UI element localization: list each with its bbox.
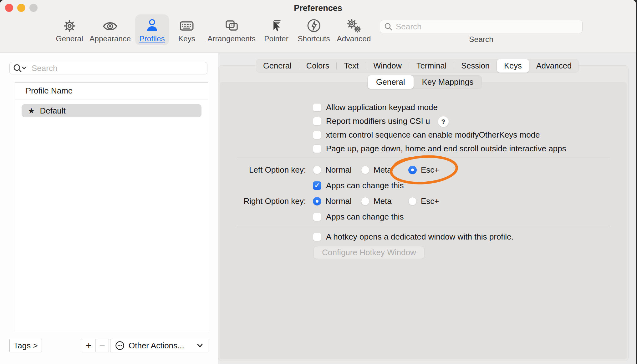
titlebar: Preferences General: [0, 0, 636, 53]
tab-session[interactable]: Session: [454, 59, 497, 73]
profile-search-input[interactable]: [31, 63, 204, 73]
toolbar-item-appearance[interactable]: Appearance: [85, 14, 135, 45]
left-option-key-label: Left Option key:: [200, 164, 306, 176]
modify-other-keys-checkbox[interactable]: [313, 131, 321, 139]
allow-keypad-checkbox[interactable]: [313, 103, 321, 112]
toolbar-item-advanced[interactable]: Advanced: [333, 14, 375, 45]
toolbar-item-general[interactable]: General: [52, 14, 87, 45]
minus-icon: −: [99, 340, 105, 351]
tab-terminal[interactable]: Terminal: [409, 59, 454, 73]
toolbar-search-caption: Search: [380, 35, 583, 44]
radio-esc-selected[interactable]: [408, 166, 417, 174]
tab-advanced[interactable]: Advanced: [529, 59, 579, 73]
left-option-meta: Meta: [361, 164, 392, 176]
toolbar-item-label: Pointer: [264, 34, 288, 43]
tab-colors[interactable]: Colors: [299, 59, 337, 73]
profile-list: Profile Name ★ Default: [15, 82, 208, 332]
checkbox-label: Apps can change this: [326, 212, 404, 222]
cursor-icon: [269, 16, 284, 33]
gear-icon: [62, 16, 77, 33]
tab-window[interactable]: Window: [366, 59, 409, 73]
toolbar-search-input[interactable]: [395, 22, 578, 32]
chevron-down-icon: [196, 343, 204, 348]
right-option-normal: Normal: [313, 195, 352, 207]
radio-meta[interactable]: [361, 197, 369, 205]
checkbox-row: Allow application keypad mode: [313, 101, 438, 114]
hotkey-checkbox[interactable]: [313, 233, 321, 241]
right-option-esc: Esc+: [408, 195, 439, 207]
tab-keys[interactable]: Keys: [497, 59, 529, 73]
profile-search-field[interactable]: [9, 62, 207, 74]
tab-text[interactable]: Text: [337, 59, 366, 73]
help-button[interactable]: ?: [438, 116, 449, 127]
radio-meta[interactable]: [361, 166, 369, 174]
page-scroll-checkbox[interactable]: [313, 144, 321, 153]
search-with-menu-icon[interactable]: [13, 63, 28, 73]
apps-can-change-row: Apps can change this: [313, 210, 404, 223]
left-option-normal: Normal: [313, 164, 352, 176]
toolbar-item-keys[interactable]: Keys: [174, 14, 199, 45]
toolbar-item-label: Shortcuts: [298, 34, 330, 43]
apps-change-left-checkbox[interactable]: ✓: [313, 181, 321, 190]
divider: [237, 158, 610, 158]
checkbox-label: Allow application keypad mode: [326, 103, 438, 112]
checkbox-label: Apps can change this: [326, 181, 404, 190]
checkbox-row: Report modifiers using CSI u: [313, 115, 430, 127]
configure-hotkey-window-button: Configure Hotkey Window: [313, 246, 425, 259]
radio-normal-selected[interactable]: [313, 197, 321, 205]
star-icon: ★: [28, 106, 35, 115]
left-option-esc: Esc+: [408, 164, 439, 176]
checkbox-row: xterm control sequence can enable modify…: [313, 129, 540, 141]
right-option-meta: Meta: [361, 195, 392, 207]
profile-row-default[interactable]: ★ Default: [22, 104, 201, 117]
circle-ellipsis-icon: [115, 341, 125, 351]
right-option-key-label: Right Option key:: [200, 195, 306, 207]
checkbox-label: A hotkey opens a dedicated window with t…: [326, 232, 514, 242]
search-icon: [384, 22, 393, 31]
apps-can-change-row: ✓ Apps can change this: [313, 179, 404, 192]
checkbox-label: Page up, page down, home and end scroll …: [326, 144, 566, 154]
subtab-key-mappings[interactable]: Key Mappings: [414, 75, 482, 89]
toolbar-item-label: General: [56, 34, 83, 43]
divider: [237, 227, 610, 227]
checkbox-label: xterm control sequence can enable modify…: [326, 130, 540, 140]
tags-button-label: Tags >: [13, 341, 38, 351]
person-icon: [145, 16, 160, 33]
toolbar-item-profiles[interactable]: Profiles: [135, 14, 169, 45]
other-actions-dropdown[interactable]: Other Actions...: [110, 339, 208, 352]
apps-change-right-checkbox[interactable]: [313, 213, 321, 221]
checkbox-label: Report modifiers using CSI u: [326, 116, 430, 126]
toolbar-item-shortcuts[interactable]: Shortcuts: [293, 14, 334, 45]
checkmark-icon: ✓: [314, 182, 320, 189]
toolbar-search-field[interactable]: [380, 20, 583, 33]
profile-tab-bar: General Colors Text Window Terminal Sess…: [256, 59, 579, 73]
add-profile-button[interactable]: +: [82, 339, 96, 352]
radio-normal[interactable]: [313, 166, 321, 174]
profile-name: Default: [40, 106, 65, 116]
lightning-icon: [306, 16, 321, 33]
gears-icon: [346, 16, 362, 33]
plus-icon: +: [86, 340, 92, 351]
hotkey-row: A hotkey opens a dedicated window with t…: [313, 230, 514, 243]
toolbar-item-label: Arrangements: [207, 34, 256, 43]
remove-profile-button[interactable]: −: [95, 339, 109, 352]
toolbar-item-pointer[interactable]: Pointer: [260, 14, 293, 45]
question-mark-icon: ?: [441, 118, 446, 125]
tab-general[interactable]: General: [256, 59, 299, 73]
checkbox-row: Page up, page down, home and end scroll …: [313, 142, 566, 155]
toolbar-item-label: Profiles: [139, 34, 165, 43]
other-actions-label: Other Actions...: [129, 341, 184, 351]
page-title: Preferences: [0, 3, 636, 13]
windows-icon: [224, 16, 239, 33]
keyboard-icon: [179, 16, 195, 33]
tags-button[interactable]: Tags >: [9, 339, 42, 352]
toolbar-item-label: Appearance: [89, 34, 131, 43]
subtab-general[interactable]: General: [368, 75, 414, 89]
toolbar-item-label: Keys: [178, 34, 195, 43]
eye-icon: [102, 16, 118, 33]
csi-u-checkbox[interactable]: [313, 117, 321, 125]
toolbar-item-arrangements[interactable]: Arrangements: [203, 14, 260, 45]
keys-subtab-bar: General Key Mappings: [368, 75, 482, 89]
preferences-window: Preferences General: [0, 0, 636, 364]
radio-esc[interactable]: [408, 197, 417, 205]
